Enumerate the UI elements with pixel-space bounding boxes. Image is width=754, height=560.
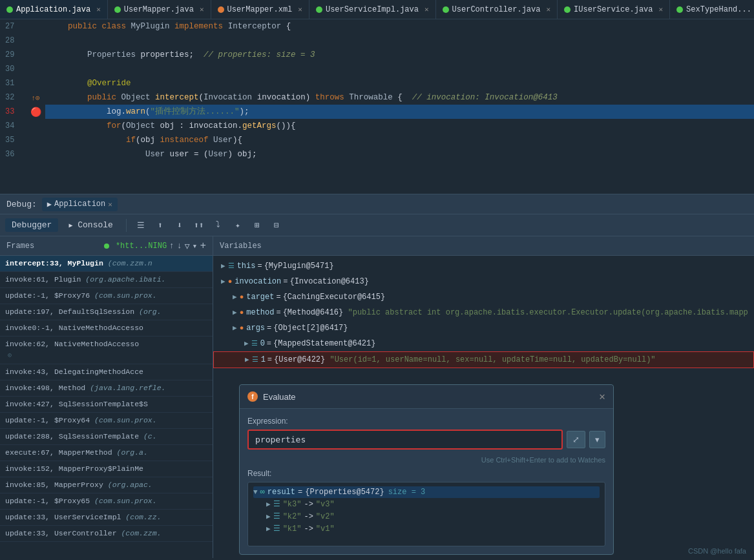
var-this[interactable]: ▶ ☰ this = {MyPlugin@5471} [213, 258, 754, 274]
var-name-args0: 0 [260, 337, 265, 350]
toolbar-grid-btn[interactable]: ⊞ [249, 218, 265, 233]
frame-item-11[interactable]: execute:67, MapperMethod (org.a. [0, 445, 213, 461]
toolbar-run-to-cursor-btn[interactable]: ⤵ [211, 218, 226, 233]
debug-tab-label: Application [54, 200, 105, 209]
tab-userserviceimpl-java[interactable]: UserServiceImpl.java ✕ [309, 0, 436, 19]
frame-item-13[interactable]: invoke:85, MapperProxy (org.apac. [0, 477, 213, 493]
tab-close-icon[interactable]: ✕ [424, 5, 429, 14]
frame-text: invoke:152, MapperProxy$PlainMe [5, 464, 143, 473]
result-row-k2[interactable]: ▶ ☰ "k2" -> "v2" [253, 510, 600, 523]
down-arrow-btn[interactable]: ↓ [177, 241, 182, 251]
tab-dot-icon [564, 6, 571, 13]
var-toggle-args0[interactable]: ▶ [244, 337, 249, 350]
frame-item-0[interactable]: intercept:33, MyPlugin (com.zzm.n [0, 256, 213, 272]
var-target[interactable]: ▶ ● target = {CachingExecutor@6415} [213, 289, 754, 305]
toolbar-evaluate-btn[interactable]: ✦ [230, 218, 246, 233]
var-val-args: {Object[2]@6417} [273, 322, 348, 335]
evaluate-result-label: Result: [247, 469, 605, 478]
tab-close-icon[interactable]: ✕ [96, 5, 101, 14]
code-lines: public class MyPlugin implements Interce… [45, 19, 754, 194]
frame-item-4[interactable]: invoke0:-1, NativeMethodAccesso [0, 320, 213, 337]
frame-text: invoke0:-1, NativeMethodAccesso [5, 324, 143, 332]
tab-console[interactable]: ▶ Console [62, 218, 119, 232]
result-toggle-k2[interactable]: ▶ [266, 512, 271, 521]
frame-item-15[interactable]: update:33, UserServiceImpl (com.zz. [0, 510, 213, 526]
var-toggle-invocation[interactable]: ▶ [221, 275, 225, 288]
result-toggle-0[interactable]: ▼ [253, 488, 258, 496]
toolbar-separator [126, 219, 127, 232]
up-arrow-btn[interactable]: ↑ [169, 241, 174, 251]
var-args[interactable]: ▶ ● args = {Object[2]@6417} [213, 320, 754, 336]
var-icon-list: ☰ [252, 353, 258, 366]
frame-item-5[interactable]: invoke:62, NativeMethodAccesso ⊙ [0, 337, 213, 364]
tab-application-java[interactable]: Application.java ✕ [0, 0, 108, 19]
var-args-1[interactable]: ▶ ☰ 1 = {User@6422} "User(id=1, userName… [213, 351, 754, 368]
var-toggle-this[interactable]: ▶ [221, 260, 225, 273]
tab-dot-icon [218, 6, 224, 13]
toolbar-step-into-btn[interactable]: ⬇ [172, 218, 187, 233]
tab-close-icon[interactable]: ✕ [658, 5, 663, 14]
evaluate-expression-input[interactable] [247, 430, 563, 450]
var-val-method: {Method@6416} "public abstract int org.a… [283, 306, 748, 319]
tab-dot-icon [316, 6, 322, 13]
frame-item-9[interactable]: update:-1, $Proxy64 (com.sun.prox. [0, 413, 213, 429]
frame-item-3[interactable]: update:197, DefaultSqlSession (org. [0, 304, 213, 320]
result-row-0[interactable]: ▼ ∞ result = {Properties@5472} size = 3 [253, 486, 600, 498]
tab-usermapper-java[interactable]: UserMapper.java ✕ [108, 0, 211, 19]
var-toggle-args[interactable]: ▶ [233, 322, 237, 335]
frame-item-8[interactable]: invoke:427, SqlSessionTemplate$S [0, 397, 213, 413]
filter-btn[interactable]: ▽ [185, 241, 190, 251]
var-name-method: method [246, 306, 274, 319]
frame-item-1[interactable]: invoke:61, Plugin (org.apache.ibati. [0, 272, 213, 288]
frame-list[interactable]: intercept:33, MyPlugin (com.zzm.n invoke… [0, 256, 213, 558]
result-toggle-k3[interactable]: ▶ [266, 500, 271, 508]
tab-close-icon[interactable]: ✕ [546, 5, 550, 14]
var-toggle-args1[interactable]: ▶ [245, 353, 249, 366]
var-toggle-method[interactable]: ▶ [233, 306, 237, 319]
tab-usermapper-xml[interactable]: UserMapper.xml ✕ [211, 0, 309, 19]
dropdown-btn[interactable]: ▾ [193, 241, 198, 251]
debug-tab-close-icon[interactable]: ✕ [108, 200, 112, 209]
evaluate-icon: f [247, 391, 258, 402]
code-line-35: if(obj instanceof User){ [45, 133, 754, 147]
var-invocation[interactable]: ▶ ● invocation = {Invocation@6413} [213, 274, 754, 289]
var-args-0[interactable]: ▶ ☰ 0 = {MappedStatement@6421} [213, 336, 754, 351]
toolbar-menu-btn[interactable]: ☰ [133, 218, 149, 233]
frame-text: invoke:427, SqlSessionTemplate$S [5, 400, 148, 408]
frame-item-2[interactable]: update:-1, $Proxy76 (com.sun.prox. [0, 288, 213, 304]
result-row-k3[interactable]: ▶ ☰ "k3" -> "v3" [253, 498, 600, 510]
tab-sextypehand[interactable]: SexTypeHand... ✕ [670, 0, 754, 19]
frame-item-14[interactable]: update:-1, $Proxy65 (com.sun.prox. [0, 493, 213, 510]
toolbar-layout-btn[interactable]: ⊟ [269, 218, 284, 233]
evaluate-expand-btn[interactable]: ⤢ [567, 431, 585, 448]
var-val-target: {CachingExecutor@6415} [283, 291, 385, 304]
tab-console-label: Console [78, 220, 113, 230]
frame-text: execute:67, MapperMethod (org.a. [5, 448, 148, 457]
toolbar-step-out-btn[interactable]: ⬆⬆ [191, 218, 207, 233]
running-text: *htt...NING [116, 242, 167, 251]
debug-tab-application[interactable]: ▶ Application ✕ [42, 198, 118, 211]
var-icon-list: ☰ [251, 337, 258, 350]
toolbar-step-over-btn[interactable]: ⬆ [152, 218, 168, 233]
tab-usercontroller-java[interactable]: UserController.java ✕ [436, 0, 558, 19]
frame-item-10[interactable]: update:288, SqlSessionTemplate (c. [0, 429, 213, 445]
tab-debugger[interactable]: Debugger [5, 218, 58, 232]
var-method[interactable]: ▶ ● method = {Method@6416} "public abstr… [213, 305, 754, 320]
tab-close-icon[interactable]: ✕ [200, 5, 204, 14]
frame-text: invoke:85, MapperProxy (org.apac. [5, 481, 152, 489]
evaluate-dropdown-btn[interactable]: ▾ [589, 431, 605, 448]
var-toggle-target[interactable]: ▶ [233, 291, 237, 304]
frame-item-6[interactable]: invoke:43, DelegatingMethodAcce [0, 364, 213, 380]
evaluate-close-btn[interactable]: ✕ [599, 390, 605, 403]
frame-item-16[interactable]: update:33, UserController (com.zzm. [0, 526, 213, 542]
tab-iuserservice-java[interactable]: IUserService.java ✕ [558, 0, 670, 19]
result-toggle-k1[interactable]: ▶ [266, 524, 271, 533]
result-row-k1[interactable]: ▶ ☰ "k1" -> "v1" [253, 523, 600, 535]
frame-item-7[interactable]: invoke:498, Method (java.lang.refle. [0, 380, 213, 397]
add-frame-btn[interactable]: + [200, 240, 206, 252]
var-eq: = [276, 306, 280, 319]
tab-close-icon[interactable]: ✕ [298, 5, 302, 14]
frame-item-12[interactable]: invoke:152, MapperProxy$PlainMe [0, 461, 213, 477]
frame-text: update:33, UserController (com.zzm. [5, 529, 162, 537]
tab-label: UserServiceImpl.java [326, 5, 419, 14]
